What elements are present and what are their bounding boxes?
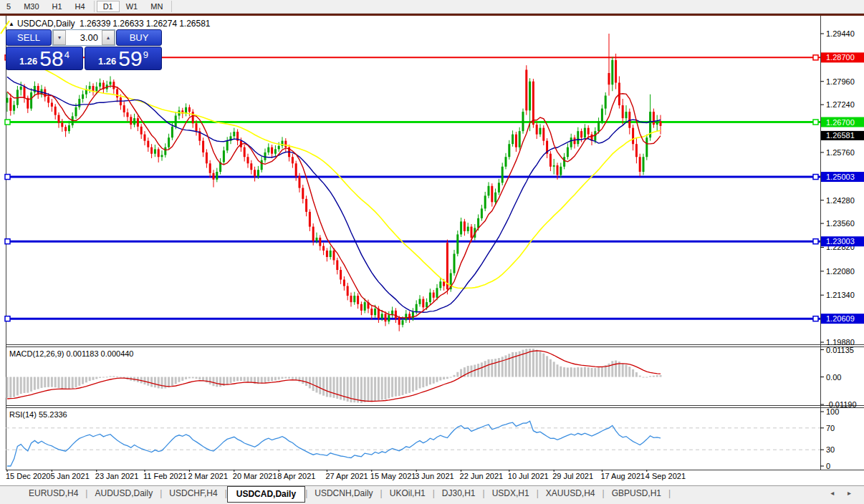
date-axis: 15 Dec 20205 Jan 202123 Jan 202111 Feb 2… [6, 470, 686, 480]
price-tick-label: 1.22080 [826, 267, 855, 276]
candle-up [643, 157, 645, 172]
chart-symbol-period: USDCAD,Daily [17, 19, 75, 29]
buy-button[interactable]: BUY [116, 29, 162, 46]
ohlc-close: 1.26581 [179, 19, 210, 29]
candle-down [395, 311, 397, 319]
candle-down [446, 243, 448, 289]
candle-up [20, 87, 22, 90]
candle-up [429, 293, 431, 303]
svg-text:1.28700: 1.28700 [826, 53, 855, 62]
candle-down [240, 141, 242, 147]
candle-up [261, 160, 263, 170]
timeframe-button-h4[interactable]: H4 [69, 1, 92, 12]
date-tick-label: 10 Jul 2021 [508, 472, 549, 480]
candle-down [433, 293, 435, 298]
candle-up [264, 152, 267, 160]
candle-down [47, 97, 49, 102]
rsi-scale-label: 0 [826, 462, 830, 470]
chart-canvas[interactable]: 1.294401.279601.272401.257601.242801.235… [0, 0, 864, 504]
candle-down [137, 118, 139, 127]
candle-down [525, 69, 527, 110]
rsi-scale-label: 70 [826, 424, 835, 432]
ma-slow-line [7, 49, 661, 289]
tab-usdcnh-daily[interactable]: USDCNH,Daily [307, 486, 380, 501]
candle-up [460, 221, 462, 234]
candle-down [319, 238, 321, 246]
candle-up [508, 144, 510, 157]
sell-button[interactable]: SELL [6, 29, 52, 46]
candle-up [68, 125, 70, 131]
candle-down [144, 135, 146, 141]
timeframe-button-5[interactable]: 5 [0, 1, 17, 12]
candle-up [89, 86, 91, 89]
timeframe-button-h1[interactable]: H1 [46, 1, 69, 12]
ma-fast-line [7, 86, 661, 318]
candle-up [267, 147, 269, 152]
tab-xauusd-h4[interactable]: XAUUSD,H4 [539, 486, 603, 501]
candle-up [154, 149, 156, 153]
hline-price-badge [821, 52, 864, 62]
buy-price-prefix: 1.26 [98, 56, 116, 67]
candle-up [597, 122, 600, 132]
candle-up [226, 141, 229, 151]
tab-dj30-h1[interactable]: DJ30,H1 [435, 486, 483, 501]
tab-ukoil-h1[interactable]: UKOil,H1 [383, 486, 433, 501]
candle-up [110, 82, 112, 84]
candle-down [9, 98, 11, 111]
tab-gbpusd-h1[interactable]: GBPUSD,H1 [605, 486, 668, 501]
candle-up [567, 147, 569, 158]
tab-usdcad-daily[interactable]: USDCAD,Daily [227, 486, 305, 503]
candle-down [309, 212, 311, 227]
timeframe-button-d1[interactable]: D1 [97, 1, 120, 12]
timeframe-button-mn[interactable]: MN [144, 1, 169, 12]
svg-text:1.26700: 1.26700 [826, 118, 855, 127]
volume-decrease-button[interactable]: ▾ [53, 30, 66, 45]
candle-down [653, 112, 655, 125]
pane-frames [6, 16, 864, 470]
candle-down [322, 246, 325, 251]
candle-up [481, 208, 483, 218]
volume-increase-button[interactable]: ▴ [102, 30, 115, 45]
buy-price-button[interactable]: 1.26 59 9 [85, 47, 162, 70]
candle-up [168, 137, 170, 147]
candle-down [378, 309, 380, 319]
candle-up [374, 309, 376, 315]
candle-up [611, 60, 613, 84]
candle-down [491, 186, 493, 203]
tab-usdchf-h4[interactable]: USDCHF,H4 [162, 486, 224, 501]
timeframe-button-m30[interactable]: M30 [17, 1, 45, 12]
candle-up [230, 136, 232, 140]
candle-down [591, 135, 593, 141]
candle-up [498, 183, 500, 193]
candle-down [27, 98, 29, 109]
candle-down [385, 314, 387, 321]
candle-down [127, 112, 129, 117]
candle-up [577, 131, 579, 144]
tab-eurusd-h4[interactable]: EURUSD,H4 [21, 486, 85, 501]
candle-down [120, 97, 122, 105]
candle-down [64, 127, 67, 131]
candle-up [453, 253, 456, 273]
tab-audusd-daily[interactable]: AUDUSD,Daily [87, 486, 160, 501]
tab-usdx-h1[interactable]: USDX,H1 [485, 486, 537, 501]
candle-up [106, 84, 108, 89]
candle-down [198, 131, 201, 141]
candle-down [24, 87, 26, 98]
candle-up [416, 304, 418, 312]
candle-up [426, 302, 428, 307]
sell-price-button[interactable]: 1.26 58 4 [6, 47, 83, 70]
candle-up [161, 155, 163, 158]
macd-scale-label: -0.01190 [826, 400, 857, 409]
candle-down [608, 73, 610, 84]
horizontal-lines[interactable]: 1.287001.267001.250031.230031.20609 [5, 52, 864, 324]
candle-up [316, 238, 318, 241]
date-tick-label: 22 Jun 2021 [460, 472, 504, 480]
timeframe-button-w1[interactable]: W1 [120, 1, 145, 12]
candle-up [529, 82, 531, 111]
candle-down [368, 302, 370, 309]
candle-down [587, 128, 590, 135]
tab-scroll-arrows[interactable]: ◂ ▸ [830, 486, 864, 497]
candle-down [557, 165, 559, 175]
candle-up [82, 94, 84, 99]
volume-input[interactable]: 3.00 [66, 30, 102, 45]
